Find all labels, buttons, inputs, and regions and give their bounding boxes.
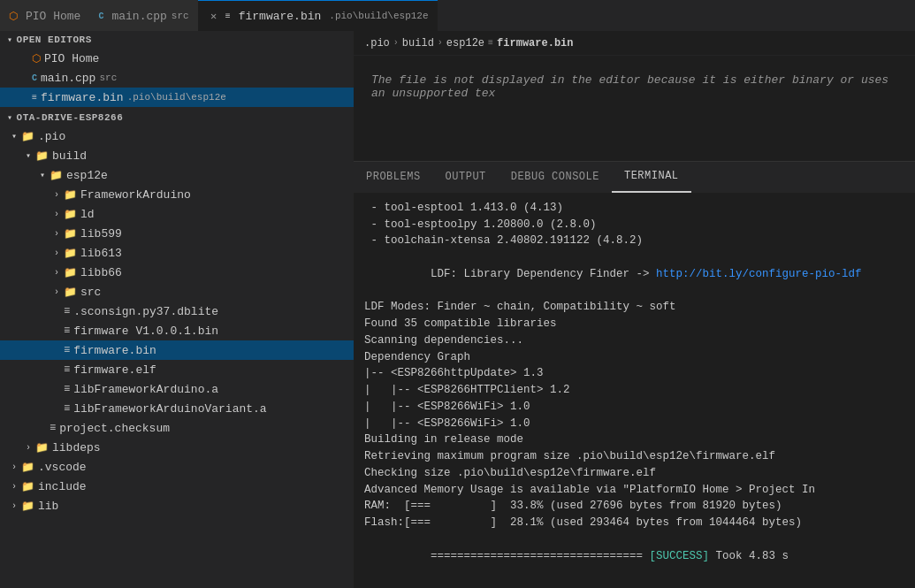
terminal-line: | |-- <ESP8266WiFi> 1.0	[364, 416, 904, 432]
tree-label-pio: .pio	[38, 130, 65, 143]
tree-label-vscode: .vscode	[38, 461, 87, 474]
tree-item-build[interactable]: ▾ 📁 build	[0, 146, 354, 165]
tree-item-include[interactable]: › 📁 include	[0, 477, 354, 496]
tab-output[interactable]: OUTPUT	[433, 162, 499, 193]
tree-item-project-checksum[interactable]: ≡ project.checksum	[0, 418, 354, 438]
tree-item-libframeworkarduinovariant[interactable]: ≡ libFrameworkArduinoVariant.a	[0, 399, 354, 418]
tree-item-vscode[interactable]: › 📁 .vscode	[0, 457, 354, 477]
tree-item-lib[interactable]: › 📁 lib	[0, 496, 354, 515]
chevron-right-icon: ›	[50, 190, 64, 200]
tree-item-lib599[interactable]: › 📁 lib599	[0, 224, 354, 243]
tree-item-libdeps[interactable]: › 📁 libdeps	[0, 438, 354, 457]
chevron-right-icon: ›	[7, 482, 21, 492]
tab-firmware-bin-sublabel: .pio\build\esp12e	[329, 11, 428, 21]
tab-main-cpp-sublabel: src	[172, 11, 189, 21]
file-icon: ≡	[64, 383, 70, 395]
tree-item-firmware-elf[interactable]: ≡ firmware.elf	[0, 360, 354, 379]
folder-icon: 📁	[35, 441, 49, 454]
tree-label-firmware-bin: firmware.bin	[73, 344, 156, 357]
open-editor-firmware-bin-sublabel: .pio\build\esp12e	[127, 92, 226, 103]
terminal-line: RAM: [=== ] 33.8% (used 27696 bytes from…	[364, 498, 904, 515]
terminal-link: http://bit.ly/configure-pio-ldf	[656, 268, 862, 280]
terminal-line: - toolchain-xtensa 2.40802.191122 (4.8.2…	[364, 233, 904, 249]
cpp-icon: C	[98, 11, 103, 21]
terminal-line: - tool-esptoolpy 1.20800.0 (2.8.0)	[364, 217, 904, 233]
pio-icon: ⬡	[9, 10, 18, 23]
elf-file-icon: ≡	[64, 363, 70, 376]
chevron-right-icon: ›	[50, 287, 64, 297]
tab-firmware-bin[interactable]: ✕ ≡ firmware.bin .pio\build\esp12e	[198, 0, 438, 31]
tab-terminal[interactable]: TERMINAL	[612, 162, 691, 193]
tree-item-firmware-v1[interactable]: ≡ firmware V1.0.0.1.bin	[0, 321, 354, 340]
folder-icon: 📁	[21, 130, 34, 143]
terminal-line: LDF: Library Dependency Finder -> http:/…	[364, 249, 904, 299]
open-editors-label: OPEN EDITORS	[17, 34, 92, 45]
terminal-text: LDF: Library Dependency Finder ->	[431, 268, 656, 280]
tree-item-pio[interactable]: ▾ 📁 .pio	[0, 126, 354, 146]
tree-label-project-checksum: project.checksum	[59, 422, 170, 435]
tree-item-libb66[interactable]: › 📁 libb66	[0, 263, 354, 282]
terminal-line: LDF Modes: Finder ~ chain, Compatibility…	[364, 299, 904, 316]
tab-problems[interactable]: PROBLEMS	[354, 162, 433, 193]
terminal-line-success: ================================ [SUCCES…	[364, 531, 904, 581]
chevron-down-icon: ▾	[7, 112, 13, 123]
tree-item-src[interactable]: › 📁 src	[0, 282, 354, 302]
chevron-right-icon: ›	[7, 462, 21, 472]
open-editors-header: ▾ OPEN EDITORS	[0, 31, 354, 49]
tab-main-cpp-label: main.cpp	[111, 10, 166, 23]
chevron-down-icon: ▾	[35, 170, 50, 180]
terminal-text: ================================	[431, 550, 650, 562]
folder-icon: 📁	[64, 208, 77, 221]
breadcrumb-sep-1: ›	[393, 38, 399, 48]
terminal-line: |-- <ESP8266httpUpdate> 1.3	[364, 365, 904, 382]
tree-label-firmware-elf: firmware.elf	[73, 363, 156, 377]
tab-pio-home[interactable]: ⬡ PIO Home	[0, 0, 89, 31]
tree-item-esp12e[interactable]: ▾ 📁 esp12e	[0, 165, 354, 185]
terminal-text: Took 4.83 s	[709, 550, 789, 562]
terminal-line: | |-- <ESP8266HTTPClient> 1.2	[364, 382, 904, 399]
folder-icon: 📁	[21, 500, 34, 513]
tree-label-firmware-v1: firmware V1.0.0.1.bin	[73, 325, 218, 338]
breadcrumb-sep-3: ≡	[488, 38, 493, 48]
tree-item-libframeworkarduino[interactable]: ≡ libFrameworkArduino.a	[0, 379, 354, 399]
project-header: ▾ OTA-DRIVE-ESP8266	[0, 109, 354, 126]
breadcrumb-sep-2: ›	[438, 38, 443, 48]
open-editor-firmware-bin[interactable]: ≡ firmware.bin .pio\build\esp12e	[0, 88, 354, 107]
terminal-line: Retrieving maximum program size .pio\bui…	[364, 448, 904, 465]
folder-icon: 📁	[64, 247, 77, 260]
bin-file-icon: ≡	[64, 344, 70, 356]
open-editor-main-cpp[interactable]: C main.cpp src	[0, 68, 354, 88]
tab-debug-console[interactable]: DEBUG CONSOLE	[499, 162, 612, 193]
terminal[interactable]: - tool-esptool 1.413.0 (4.13) - tool-esp…	[354, 193, 915, 588]
terminal-line: Checking size .pio\build\esp12e\firmware…	[364, 465, 904, 482]
project-name-label: OTA-DRIVE-ESP8266	[17, 112, 124, 123]
terminal-line: | |-- <ESP8266WiFi> 1.0	[364, 399, 904, 416]
terminal-line: Advanced Memory Usage is available via "…	[364, 482, 904, 499]
open-editor-pio-home[interactable]: ⬡ PIO Home	[0, 49, 354, 68]
tree-item-ld[interactable]: › 📁 ld	[0, 204, 354, 224]
tab-close-icon[interactable]: ✕	[207, 9, 221, 23]
terminal-line: Scanning dependencies...	[364, 332, 904, 349]
tree-label-src: src	[80, 286, 101, 299]
tree-label-include: include	[38, 480, 87, 493]
breadcrumb: .pio › build › esp12e ≡ firmware.bin	[354, 31, 915, 56]
file-icon: ≡	[50, 422, 56, 434]
chevron-down-icon: ▾	[7, 34, 13, 45]
breadcrumb-part-filename: firmware.bin	[497, 37, 573, 50]
tree-item-frameworkarduino[interactable]: › 📁 FrameworkArduino	[0, 185, 354, 204]
bin-file-icon: ≡	[64, 325, 70, 337]
tab-main-cpp[interactable]: C main.cpp src	[89, 0, 197, 31]
open-editor-main-cpp-label: main.cpp	[41, 72, 95, 85]
tree-item-lib613[interactable]: › 📁 lib613	[0, 243, 354, 263]
tree-label-lib613: lib613	[80, 247, 122, 260]
tree-item-sconsign[interactable]: ≡ .sconsign.py37.dblite	[0, 302, 354, 321]
top-tabs: ⬡ PIO Home C main.cpp src ✕ ≡ firmware.b…	[0, 0, 915, 31]
tree-item-firmware-bin[interactable]: ≡ firmware.bin	[0, 340, 354, 360]
terminal-line: Dependency Graph	[364, 349, 904, 366]
editor-panel: .pio › build › esp12e ≡ firmware.bin The…	[354, 31, 915, 588]
open-editor-firmware-bin-label: firmware.bin	[41, 91, 124, 104]
tree-label-frameworkarduino: FrameworkArduino	[80, 188, 191, 202]
chevron-right-icon: ›	[21, 443, 35, 453]
folder-icon: 📁	[50, 169, 63, 182]
terminal-line: Flash:[=== ] 28.1% (used 293464 bytes fr…	[364, 515, 904, 531]
